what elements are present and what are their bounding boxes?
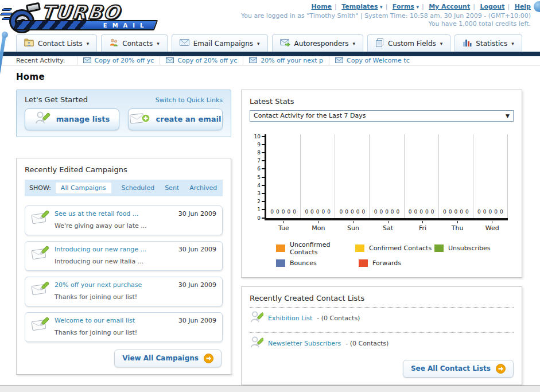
create-email-button[interactable]: create an email (128, 108, 223, 130)
legend-swatch (359, 259, 368, 267)
filter-archived[interactable]: Archived (189, 184, 217, 192)
turbo-email-logo[interactable]: TURBO EMAIL (5, 2, 160, 34)
campaign-row[interactable]: Welcome to our email listThanks for join… (25, 312, 223, 342)
contact-list-link[interactable]: Exhibition List (268, 315, 312, 322)
contact-list-link[interactable]: Newsletter Subscribers (268, 340, 341, 347)
campaign-row[interactable]: See us at the retail food ...We're givin… (25, 205, 223, 235)
email-envelope-icon (180, 39, 189, 48)
recent-activity-item[interactable]: Copy of 20% off yc (160, 56, 243, 65)
page-title: Home (16, 72, 523, 82)
logo-banner: EMAIL (13, 20, 158, 30)
filter-all-campaigns[interactable]: All Campaigns (56, 183, 111, 193)
tab-custom-fields[interactable]: Custom Fields▾ (367, 34, 450, 52)
legend-swatch (434, 244, 444, 252)
contact-lists-folder-icon (24, 38, 34, 48)
recent-activity-label: Recent Activity: (16, 57, 65, 64)
recent-campaigns-title: Recently Edited Campaigns (25, 165, 223, 174)
recent-activity-bar: Recent Activity: Copy of 20% off yc Copy… (0, 56, 540, 65)
view-all-campaigns-button[interactable]: View All Campaigns (114, 350, 222, 367)
campaign-row[interactable]: 20% off your next purchaseThanks for joi… (25, 277, 223, 306)
campaign-title-link[interactable]: See us at the retail food ... (55, 210, 173, 218)
contact-list-count: - (0 Contacts) (345, 340, 389, 347)
get-started-title: Let's Get Started (25, 95, 88, 104)
nav-link-home[interactable]: Home (311, 3, 332, 10)
envelope-plus-icon (130, 112, 150, 126)
envelope-pencil-icon (31, 210, 49, 227)
contact-list-row[interactable]: Newsletter Subscribers - (0 Contacts) (250, 332, 514, 354)
go-arrow-icon (204, 354, 213, 363)
latest-stats-title: Latest Stats (250, 97, 514, 106)
see-all-contact-lists-button[interactable]: See All Contact Lists (403, 360, 514, 378)
switch-quick-links-link[interactable]: Switch to Quick Links (156, 96, 223, 104)
envelope-pencil-icon (31, 246, 49, 263)
tab-autoresponders[interactable]: Autoresponders▾ (272, 34, 363, 52)
chart-y-axis: 109876543210 (252, 134, 265, 220)
campaign-title-link[interactable]: 20% off your next purchase (55, 281, 173, 289)
chevron-down-icon: ▾ (353, 41, 356, 46)
legend-item: Unsubscribes (434, 241, 514, 256)
chart-plot: 00000000000000000000000000000000000 (265, 134, 508, 220)
envelope-pencil-icon (31, 281, 49, 298)
recent-activity-item[interactable]: 20% off your next p (243, 56, 329, 65)
tab-label: Email Campaigns (193, 40, 253, 48)
logo-stripes (14, 21, 86, 29)
main-nav-tabbar: Contact Lists▾ Contacts▾ Email Campaigns… (0, 34, 540, 52)
tab-statistics[interactable]: Statistics▾ (454, 34, 522, 52)
legend-item: Forwards (359, 259, 441, 267)
contact-lists-title: Recently Created Contact Lists (250, 294, 514, 302)
legend-swatch (276, 244, 285, 252)
campaign-subtitle: Thanks for joining our list! (55, 293, 137, 301)
legend-swatch (276, 259, 285, 267)
nav-link-templates[interactable]: Templates (341, 3, 378, 10)
person-pencil-icon (34, 111, 50, 127)
campaign-title-link[interactable]: Welcome to our email list (55, 317, 173, 324)
manage-lists-button[interactable]: manage lists (25, 108, 119, 130)
campaign-date: 30 Jun 2009 (178, 281, 216, 289)
filter-sent[interactable]: Sent (165, 184, 179, 192)
legend-item: Confirmed Contacts (355, 241, 434, 256)
chevron-down-icon: ▼ (506, 113, 510, 119)
campaign-subtitle: Thanks for joining our list! (55, 329, 137, 336)
legend-swatch (355, 244, 364, 252)
tab-contact-lists[interactable]: Contact Lists▾ (16, 34, 97, 52)
chevron-down-icon: ▾ (87, 41, 90, 46)
envelope-icon (83, 57, 91, 63)
filter-scheduled[interactable]: Scheduled (122, 184, 155, 192)
recent-activity-item[interactable]: Copy of 20% off yc (77, 56, 160, 65)
latest-stats-panel: Latest Stats Contact Activity for the La… (241, 90, 522, 278)
tab-contacts[interactable]: Contacts▾ (101, 34, 167, 52)
contact-list-row[interactable]: Exhibition List - (0 Contacts) (250, 307, 514, 329)
stats-period-dropdown[interactable]: Contact Activity for the Last 7 Days ▼ (250, 110, 514, 122)
manage-lists-label: manage lists (56, 115, 110, 123)
chart-legend: Unconfirmed Contacts Confirmed Contacts … (276, 241, 514, 267)
person-pencil-icon (250, 336, 263, 351)
chevron-down-icon: ▾ (257, 41, 260, 46)
tab-label: Autoresponders (294, 40, 349, 48)
campaign-date: 30 Jun 2009 (178, 210, 216, 218)
login-info: You are logged in as "Timothy Smith" | S… (241, 12, 531, 20)
help-ball-icon[interactable] (534, 1, 540, 12)
recent-activity-item[interactable]: Copy of Welcome tc (329, 56, 415, 65)
person-pencil-icon (250, 311, 263, 326)
campaign-row[interactable]: Introducing our new range ...Introducing… (25, 241, 223, 271)
envelope-pencil-icon (31, 317, 49, 334)
nav-link-my-account[interactable]: My Account (429, 3, 470, 10)
nav-link-logout[interactable]: Logout (480, 3, 504, 10)
header-right: Home| Templates ▾| Forms ▾| My Account| … (241, 3, 531, 28)
campaign-filter-bar: SHOW: All Campaigns Scheduled Sent Archi… (25, 180, 223, 196)
header-nav: Home| Templates ▾| Forms ▾| My Account| … (241, 3, 531, 10)
statistics-chart-icon (463, 38, 472, 48)
get-started-panel: Let's Get Started Switch to Quick Links … (16, 90, 231, 137)
nav-link-help[interactable]: Help (515, 3, 531, 10)
envelope-icon (335, 57, 343, 63)
nav-link-forms[interactable]: Forms (393, 3, 414, 10)
header: TURBO EMAIL Home| Templates ▾| Forms ▾| … (0, 0, 540, 34)
campaign-title-link[interactable]: Introducing our new range ... (55, 246, 173, 253)
chevron-down-icon: ▾ (440, 41, 443, 46)
recent-contact-lists-panel: Recently Created Contact Lists Exhibitio… (241, 286, 522, 385)
credits-info: You have 1,000 total credits left. (241, 20, 531, 28)
envelope-icon (249, 57, 257, 63)
footer-strip (0, 386, 540, 392)
create-email-label: create an email (156, 115, 222, 123)
tab-email-campaigns[interactable]: Email Campaigns▾ (172, 34, 268, 52)
